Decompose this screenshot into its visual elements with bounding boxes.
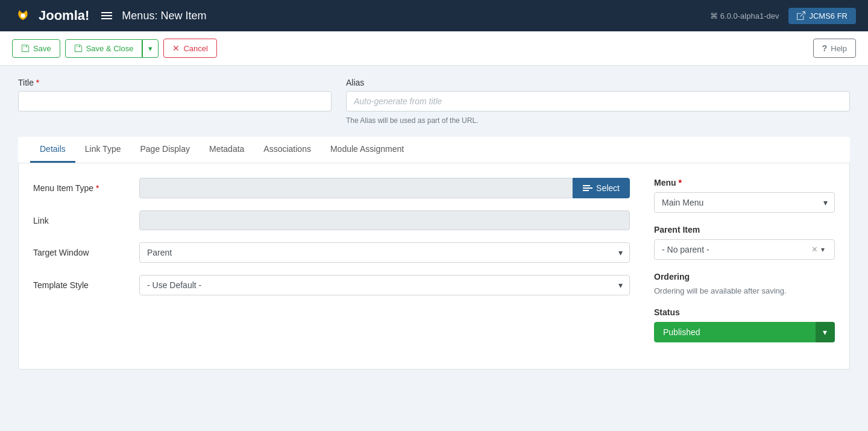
menu-item-type-control: Confirm Request Select [139,178,630,198]
title-alias-row: Title * Alias The Alias will be used as … [18,78,850,125]
menu-item-type-required: * [96,183,99,193]
details-left: Menu Item Type * Confirm Request [33,178,630,354]
save-close-button[interactable]: Save & Close [65,39,143,58]
tab-link-type[interactable]: Link Type [75,137,131,163]
save-button[interactable]: Save [12,39,60,58]
title-input[interactable] [18,91,332,112]
user-button[interactable]: JCMS6 FR [788,8,856,24]
menu-right-label: Menu * [654,178,835,187]
tabs-container: Details Link Type Page Display Metadata … [18,137,850,163]
tabs: Details Link Type Page Display Metadata … [18,137,850,163]
template-style-select[interactable]: - Use Default - [139,275,630,295]
title-field-group: Title * [18,78,332,125]
details-right: Menu * Main Menu ▾ Parent Item [654,178,835,354]
parent-item-field: Parent Item - No parent - × ▾ [654,225,835,260]
target-window-row: Target Window Parent New Window Popup ▾ [33,242,630,263]
tab-metadata[interactable]: Metadata [200,137,254,163]
parent-clear-button[interactable]: × [808,245,821,254]
template-style-label: Template Style [33,280,130,290]
cancel-icon: ✕ [172,43,180,53]
status-select[interactable]: Published Unpublished Trashed [654,322,816,342]
template-style-control: - Use Default - ▾ [139,275,630,295]
alias-help-text: The Alias will be used as part of the UR… [346,116,850,125]
link-row: Link index.php?option=com_privacy&view=c… [33,210,630,230]
status-select-group: Published Unpublished Trashed ▾ [654,322,835,342]
menu-select-wrapper: Main Menu ▾ [654,192,835,213]
navbar-page-title: Menus: New Item [122,10,206,22]
target-window-select-wrapper: Parent New Window Popup ▾ [139,242,630,263]
target-window-label: Target Window [33,248,130,257]
menu-required: * [678,178,681,187]
tab-associations[interactable]: Associations [254,137,321,163]
tab-layout: Menu Item Type * Confirm Request [33,178,835,354]
parent-item-select[interactable]: - No parent - [655,240,808,259]
tab-module-assignment[interactable]: Module Assignment [321,137,414,163]
brand-name: Joomla! [39,8,89,24]
chevron-down-icon: ▾ [148,44,153,53]
title-required: * [36,78,39,87]
menu-item-type-row: Menu Item Type * Confirm Request [33,178,630,198]
menu-field: Menu * Main Menu ▾ [654,178,835,213]
tab-content-details: Menu Item Type * Confirm Request [18,163,850,370]
select-label: Select [596,183,620,193]
navbar-right: ⌘ 6.0.0-alpha1-dev JCMS6 FR [710,8,856,24]
svg-point-1 [20,13,25,17]
save-close-icon [74,44,83,52]
status-field: Status Published Unpublished Trashed ▾ [654,307,835,342]
menu-item-type-label: Menu Item Type * [33,183,130,193]
help-icon: ? [822,43,828,53]
link-label: Link [33,216,130,225]
main-content: Title * Alias The Alias will be used as … [0,66,868,382]
external-link-icon [797,11,805,20]
parent-item-label: Parent Item [654,225,835,234]
title-label: Title * [18,78,332,87]
help-button[interactable]: ? Help [813,39,856,58]
hamburger-icon [101,12,112,19]
status-label: Status [654,307,835,317]
status-dropdown-button[interactable]: ▾ [816,322,835,342]
alias-label: Alias [346,78,850,87]
cancel-label: Cancel [183,44,207,53]
page-title: Menus: New Item [101,10,710,22]
parent-chevron-icon: ▾ [821,245,829,254]
link-control: index.php?option=com_privacy&view=confir… [139,210,630,230]
toolbar: Save Save & Close ▾ ✕ Cancel ? Help [0,31,868,66]
ordering-help-text: Ordering will be available after saving. [654,286,835,295]
save-dropdown-button[interactable]: ▾ [142,39,159,58]
menu-item-type-input-group: Confirm Request Select [139,178,630,198]
template-style-select-wrapper: - Use Default - ▾ [139,275,630,295]
help-label: Help [831,44,847,53]
navbar: Joomla! Menus: New Item ⌘ 6.0.0-alpha1-d… [0,0,868,31]
tab-details[interactable]: Details [30,137,75,163]
target-window-control: Parent New Window Popup ▾ [139,242,630,263]
alias-input[interactable] [346,91,850,112]
version-label: ⌘ 6.0.0-alpha1-dev [710,11,779,20]
save-close-label: Save & Close [86,44,134,53]
brand: Joomla! [12,5,89,27]
save-close-group: Save & Close ▾ [65,39,159,58]
template-style-row: Template Style - Use Default - ▾ [33,275,630,295]
save-label: Save [33,44,51,53]
tab-page-display[interactable]: Page Display [130,137,200,163]
target-window-select[interactable]: Parent New Window Popup [139,242,630,263]
alias-field-group: Alias The Alias will be used as part of … [346,78,850,125]
menu-select[interactable]: Main Menu [654,192,835,213]
save-icon [21,44,30,52]
link-input: index.php?option=com_privacy&view=confir… [139,210,630,230]
status-chevron-icon: ▾ [823,327,827,337]
cancel-button[interactable]: ✕ Cancel [163,39,216,58]
parent-item-control: - No parent - × ▾ [654,239,835,260]
select-button[interactable]: Select [573,178,630,198]
list-icon [583,185,593,191]
ordering-field: Ordering Ordering will be available afte… [654,272,835,295]
ordering-label: Ordering [654,272,835,282]
menu-item-type-input: Confirm Request [139,178,573,198]
joomla-logo-icon [12,5,34,27]
user-button-label: JCMS6 FR [809,11,848,20]
